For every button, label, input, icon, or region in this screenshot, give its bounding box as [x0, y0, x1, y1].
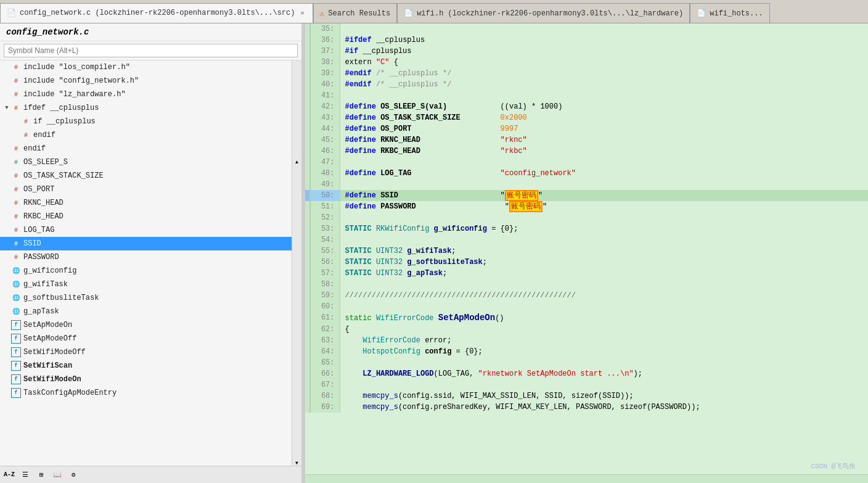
outline-item-include1[interactable]: # include "los_compiler.h": [0, 60, 292, 74]
line-number: 65:: [310, 357, 340, 368]
item-label: endif: [33, 131, 55, 139]
reference-button[interactable]: 📖: [51, 468, 64, 482]
outline-item-endif1[interactable]: # endif: [0, 128, 292, 142]
item-label: SetWifiModeOn: [23, 375, 81, 384]
book-icon: 📖: [53, 471, 62, 479]
tab-close-button[interactable]: ✕: [298, 9, 306, 17]
outline-item-include2[interactable]: # include "config_network.h": [0, 74, 292, 88]
outline-item-rknc[interactable]: # RKNC_HEAD: [0, 196, 292, 210]
var: g_softbusliteTask: [407, 258, 482, 266]
scroll-down-button[interactable]: ▼: [292, 263, 301, 466]
line-number: 54:: [310, 234, 340, 246]
expand-placeholder: [12, 118, 21, 125]
code-area[interactable]: 35: 36: #ifdef __cplusplus 37: #if __cpl…: [305, 23, 868, 474]
tab-wifi-h[interactable]: 📄 wifi.h (lockzhiner-rk2206-openharmony3…: [397, 3, 690, 23]
keyword: #define: [345, 114, 376, 122]
item-label: RKBC_HEAD: [23, 212, 63, 221]
func-icon: f: [11, 374, 21, 384]
line-number: 50:: [310, 190, 340, 201]
hash-icon: #: [11, 171, 21, 181]
symbol-search-input[interactable]: [4, 44, 298, 57]
code-row-68: 68: memcpy_s(config.ssid, WIFI_MAX_SSID_…: [305, 390, 868, 402]
line-indicator: [305, 268, 310, 279]
outline-item-setapoff[interactable]: f SetApModeOff: [0, 332, 292, 345]
outline-item-osport[interactable]: # OS_PORT: [0, 183, 292, 196]
hash-icon: #: [11, 144, 21, 154]
code-content: extern "C" {: [340, 57, 868, 68]
line-indicator: [305, 112, 310, 123]
expand-placeholder: [2, 363, 11, 369]
outline-item-ostask[interactable]: # OS_TASK_STACK_SIZE: [0, 169, 292, 183]
outline-item-ssid[interactable]: # SSID: [0, 237, 292, 250]
outline-item-setwifiscan[interactable]: f SetWifiScan: [0, 359, 292, 373]
code-row-49: 49:: [305, 179, 868, 190]
line-indicator: [305, 301, 310, 312]
outline-item-setwifion[interactable]: f SetWifiModeOn: [0, 373, 292, 386]
line-number: 53:: [310, 223, 340, 234]
line-number: 59:: [310, 290, 340, 301]
settings-button[interactable]: ⚙: [67, 468, 80, 482]
tab-search-results[interactable]: ⚠ Search Results: [313, 3, 398, 23]
item-label: g_apTask: [23, 307, 59, 316]
outline-item-taskconfig[interactable]: f TaskConfigApModeEntry: [0, 386, 292, 400]
code-row-37: 37: #if __cplusplus: [305, 46, 868, 57]
expand-placeholder: [2, 186, 11, 192]
scroll-up-button[interactable]: ▲: [292, 60, 301, 263]
horizontal-scrollbar[interactable]: [305, 474, 868, 483]
tab-wifi-hots[interactable]: 📄 wifi_hots...: [690, 3, 769, 23]
line-indicator: [305, 290, 310, 301]
func-icon: f: [11, 320, 21, 330]
outline-item-gwifi[interactable]: 🌐 g_wificonfig: [0, 264, 292, 278]
tab-label: Search Results: [328, 9, 390, 18]
hash-icon: #: [11, 198, 21, 208]
code-content: #ifdef __cplusplus: [340, 35, 868, 46]
item-label: SetWifiScan: [23, 361, 72, 370]
outline-item-ifdef[interactable]: ▼ # ifdef __cplusplus: [0, 101, 292, 115]
macro-name: RKNC_HEAD: [380, 136, 420, 144]
outline-item-gaptask[interactable]: 🌐 g_apTask: [0, 305, 292, 318]
code-row-52: 52:: [305, 212, 868, 223]
outline-item-logtag[interactable]: # LOG_TAG: [0, 223, 292, 237]
line-indicator: [305, 101, 310, 112]
hash-icon: #: [21, 130, 31, 140]
code-content: #define OS_SLEEP_S(val) ((val) * 1000): [340, 101, 868, 112]
expand-arrow-icon: ▼: [2, 105, 11, 111]
line-indicator: [305, 90, 310, 101]
outline-item-rkbc[interactable]: # RKBC_HEAD: [0, 210, 292, 223]
code-content: {: [340, 324, 868, 335]
outline-item-if[interactable]: # if __cplusplus: [0, 115, 292, 128]
line-number: 66:: [310, 368, 340, 379]
code-content: STATIC UINT32 g_wifiTask;: [340, 246, 868, 257]
code-content: [340, 23, 868, 35]
outline-item-gwifitask[interactable]: 🌐 g_wifiTask: [0, 278, 292, 291]
tab-config-network[interactable]: 📄 config_network.c (lockzhiner-rk2206-op…: [0, 3, 313, 23]
item-label: TaskConfigApModeEntry: [23, 389, 117, 397]
outline-item-include3[interactable]: # include "lz_hardware.h": [0, 88, 292, 101]
sort-az-button[interactable]: A-Z: [2, 468, 16, 482]
expand-placeholder: [2, 268, 11, 274]
line-number: 56:: [310, 257, 340, 268]
outline-item-gsoftbus[interactable]: 🌐 g_softbusliteTask: [0, 291, 292, 305]
code-content: #define PASSWORD "账号密码": [340, 201, 868, 212]
outline-item-endif2[interactable]: # endif: [0, 142, 292, 155]
line-number: 42:: [310, 101, 340, 112]
gear-icon: ⚙: [72, 471, 76, 479]
item-label: LOG_TAG: [23, 226, 54, 234]
code-row-61: 61: static WifiErrorCode SetApModeOn(): [305, 312, 868, 324]
separator: ////////////////////////////////////////…: [345, 291, 576, 300]
outline-item-setapon[interactable]: f SetApModeOn: [0, 318, 292, 332]
tab-label: wifi_hots...: [710, 9, 763, 18]
outline-item-password[interactable]: # PASSWORD: [0, 250, 292, 264]
line-number: 46:: [310, 146, 340, 157]
code-table: 35: 36: #ifdef __cplusplus 37: #if __cpl…: [305, 23, 868, 413]
macro-name: OS_SLEEP_S(val): [380, 102, 447, 111]
macro-call: LZ_HARDWARE_LOGD: [362, 369, 433, 378]
list-view-button[interactable]: ☰: [18, 468, 32, 482]
outline-item-ossleep[interactable]: # OS_SLEEP_S: [0, 155, 292, 169]
item-label: include "config_network.h": [23, 76, 139, 85]
outline-item-setwifioff[interactable]: f SetWifiModeOff: [0, 345, 292, 359]
code-content: #endif /* __cplusplus */: [340, 79, 868, 90]
keyword: #define: [345, 102, 376, 111]
code-row-45: 45: #define RKNC_HEAD "rknc": [305, 134, 868, 146]
grid-view-button[interactable]: ⊞: [35, 468, 48, 482]
